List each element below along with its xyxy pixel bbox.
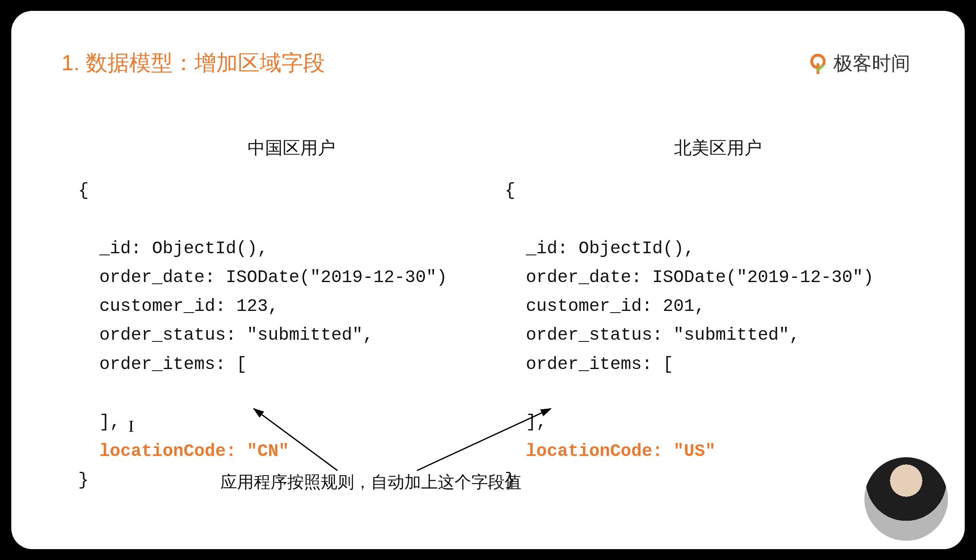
brand-logo: 极客时间 <box>807 51 910 76</box>
slide: 1. 数据模型：增加区域字段 极客时间 中国区用户 { _id: ObjectI… <box>11 11 965 549</box>
code-line: } <box>78 470 89 490</box>
right-code: { _id: ObjectId(), order_date: ISODate("… <box>505 176 881 495</box>
code-line: order_items: [ <box>78 354 247 374</box>
code-line: order_date: ISODate("2019-12-30") <box>78 267 447 288</box>
left-column: 中国区用户 { _id: ObjectId(), order_date: ISO… <box>78 136 455 495</box>
code-line: ], <box>78 412 120 432</box>
text-cursor-icon: I <box>128 416 134 436</box>
right-heading: 北美区用户 <box>505 136 881 160</box>
code-line: order_status: "submitted", <box>78 325 373 345</box>
code-columns: 中国区用户 { _id: ObjectId(), order_date: ISO… <box>61 136 915 495</box>
code-line: { <box>78 181 89 201</box>
code-line-highlight: locationCode: "US" <box>505 441 715 461</box>
code-line: order_items: [ <box>505 354 673 374</box>
code-line: customer_id: 123, <box>78 296 278 316</box>
caption: 应用程序按照规则，自动加上这个字段值 <box>220 471 521 494</box>
code-line-highlight: locationCode: "CN" <box>78 441 289 461</box>
left-code: { _id: ObjectId(), order_date: ISODate("… <box>78 176 455 495</box>
geektime-icon <box>807 53 828 74</box>
code-line: customer_id: 201, <box>505 296 705 316</box>
code-line: _id: ObjectId(), <box>78 239 268 259</box>
code-line: order_status: "submitted", <box>505 325 800 345</box>
code-line: { <box>505 181 515 201</box>
slide-title: 1. 数据模型：增加区域字段 <box>61 48 915 78</box>
code-line: ], <box>505 412 547 432</box>
presenter-avatar <box>864 457 948 541</box>
code-line: _id: ObjectId(), <box>505 239 695 259</box>
left-heading: 中国区用户 <box>78 136 455 160</box>
brand-text: 极客时间 <box>833 51 910 76</box>
code-line: order_date: ISODate("2019-12-30") <box>505 267 874 288</box>
right-column: 北美区用户 { _id: ObjectId(), order_date: ISO… <box>505 136 881 495</box>
